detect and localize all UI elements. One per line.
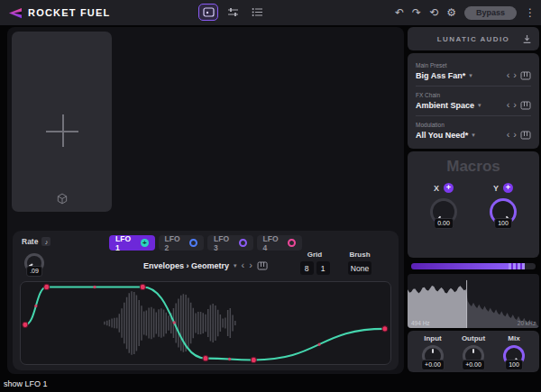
modulation-value[interactable]: All You Need*	[416, 131, 468, 140]
pad-view-icon	[203, 7, 215, 17]
mix-control: Mix 100	[503, 334, 525, 372]
macro-y-label: Y	[493, 184, 499, 193]
main-preset-value[interactable]: Big Ass Fan*	[416, 71, 465, 80]
mod-amount-slider[interactable]	[411, 263, 536, 269]
envelope-editor[interactable]	[20, 281, 391, 365]
chevron-down-icon: ▾	[234, 262, 237, 269]
lfo-tab-1[interactable]: LFO 1 +	[109, 235, 155, 251]
input-value: +0.00	[421, 360, 445, 370]
history-icon[interactable]: ⟲	[429, 7, 438, 18]
rate-knob[interactable]: .09	[24, 253, 44, 273]
view-toggle	[198, 4, 267, 21]
input-knob[interactable]: +0.00	[422, 345, 444, 367]
xy-pad[interactable]	[12, 32, 112, 212]
next-fx-icon[interactable]: ›	[513, 100, 517, 110]
macros-section: Macros X + 0.00 Y +	[408, 151, 539, 258]
main-panel: Rate ♪ .09 LFO 1 + LFO 2 LFO 3	[7, 27, 404, 374]
rate-label: Rate	[22, 237, 38, 246]
prev-preset-icon[interactable]: ‹	[507, 70, 510, 80]
brush-selector[interactable]: None	[348, 261, 371, 275]
lfo-section: Rate ♪ .09 LFO 1 + LFO 2 LFO 3	[13, 231, 399, 370]
cube-icon[interactable]	[56, 193, 68, 205]
grid-control: Grid 8 1	[296, 251, 334, 275]
preset-row-fx: FX Chain Ambient Space ▾ ‹ ›	[416, 87, 531, 116]
next-mod-icon[interactable]: ›	[513, 130, 517, 140]
output-value: +0.00	[462, 360, 485, 370]
modulation-label: Modulation	[416, 122, 531, 128]
import-preset-icon[interactable]	[522, 34, 532, 44]
next-shape-icon[interactable]: ›	[249, 260, 252, 270]
prev-mod-icon[interactable]: ‹	[507, 130, 510, 140]
macro-y: Y + 100	[490, 183, 517, 225]
lfo-tab-4[interactable]: LFO 4	[257, 235, 303, 251]
macro-x-label: X	[434, 184, 439, 193]
chevron-down-icon: ▾	[478, 102, 481, 109]
sliders-view-button[interactable]	[223, 4, 243, 21]
add-modulation-icon: +	[142, 240, 147, 247]
brand-name: LUNATIC AUDIO	[437, 35, 509, 43]
macro-y-value: 100	[494, 218, 512, 229]
menu-icon[interactable]: ⋮	[525, 7, 536, 18]
shape-selector[interactable]: Envelopes › Geometry ▾ ‹ ›	[143, 260, 268, 270]
lfo-2-color-dot	[189, 239, 197, 247]
fx-browser-icon[interactable]	[520, 101, 531, 110]
output-knob[interactable]: +0.00	[463, 345, 484, 367]
list-view-icon	[252, 7, 263, 17]
lfo-3-color-dot	[239, 239, 247, 247]
rocket-fuel-app: ROCKET FUEL	[0, 0, 541, 392]
brush-label: Brush	[339, 251, 381, 259]
settings-icon[interactable]: ⚙	[446, 7, 456, 18]
grid-beats-box[interactable]: 8	[300, 261, 314, 275]
mod-amount-handle[interactable]	[509, 263, 525, 269]
preset-browser-icon[interactable]	[520, 71, 531, 80]
spectrum-analyzer[interactable]: 494 Hz 20 kHz	[408, 274, 539, 328]
fx-chain-value[interactable]: Ambient Space	[416, 101, 474, 110]
main-preset-label: Main Preset	[416, 62, 531, 68]
macro-y-knob[interactable]: 100	[490, 198, 517, 225]
macro-y-assign-icon[interactable]: +	[503, 183, 513, 193]
macro-x: X + 0.00	[430, 183, 457, 225]
envelope-canvas[interactable]	[21, 282, 390, 364]
macro-x-value: 0.00	[434, 218, 454, 229]
bypass-button[interactable]: Bypass	[464, 6, 517, 20]
lfo-tab-2[interactable]: LFO 2	[159, 235, 205, 251]
prev-fx-icon[interactable]: ‹	[507, 100, 510, 110]
lfo-tabs: LFO 1 + LFO 2 LFO 3 LFO 4	[109, 235, 302, 251]
rate-header: Rate ♪	[22, 237, 50, 246]
io-section: Input +0.00 Output +0.00 Mix	[408, 331, 539, 372]
sliders-view-icon	[227, 7, 239, 17]
undo-icon[interactable]: ↶	[395, 7, 404, 18]
brush-control: Brush None	[339, 251, 381, 275]
preset-row-main: Main Preset Big Ass Fan* ▾ ‹ ›	[416, 57, 531, 87]
shape-bank-icon[interactable]	[257, 261, 268, 270]
macro-x-knob[interactable]: 0.00	[430, 198, 457, 225]
shape-path: Envelopes › Geometry	[143, 261, 229, 270]
mix-value: 100	[505, 360, 523, 370]
sync-note-icon[interactable]: ♪	[41, 237, 50, 246]
next-preset-icon[interactable]: ›	[513, 70, 517, 80]
grid-label: Grid	[296, 251, 334, 259]
rocket-fuel-logo-icon	[7, 6, 23, 20]
grid-div-box[interactable]: 1	[316, 261, 330, 275]
pad-view-button[interactable]	[198, 4, 218, 21]
app-title: ROCKET FUEL	[28, 7, 110, 18]
cutoff-freq-readout: 494 Hz	[411, 320, 430, 326]
prev-shape-icon[interactable]: ‹	[242, 260, 245, 270]
mod-amount-fill	[411, 263, 509, 269]
header: ROCKET FUEL	[0, 0, 541, 25]
chevron-down-icon: ▾	[469, 72, 472, 79]
chevron-down-icon: ▾	[472, 132, 475, 139]
lfo-4-color-dot	[288, 239, 296, 247]
macro-x-assign-icon[interactable]: +	[444, 183, 454, 193]
lfo-1-color-dot: +	[141, 239, 149, 247]
redo-icon[interactable]: ↷	[412, 7, 421, 18]
macros-title: Macros	[408, 158, 539, 176]
list-view-button[interactable]	[247, 4, 267, 21]
mix-knob[interactable]: 100	[503, 345, 525, 367]
status-text: show LFO 1	[4, 379, 48, 388]
preset-row-modulation: Modulation All You Need* ▾ ‹ ›	[416, 116, 531, 145]
mod-browser-icon[interactable]	[520, 131, 531, 140]
lfo-tab-3[interactable]: LFO 3	[207, 235, 253, 251]
fx-chain-label: FX Chain	[416, 92, 531, 98]
input-control: Input +0.00	[422, 334, 444, 372]
